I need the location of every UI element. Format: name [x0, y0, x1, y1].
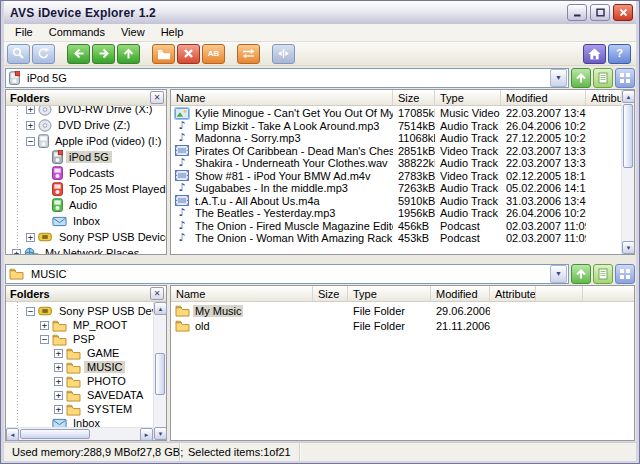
collapse-icon[interactable]: −: [26, 307, 35, 316]
tree-item-sony-psp-usb-device[interactable]: −Sony PSP USB Device: [6, 304, 153, 318]
expand-icon[interactable]: +: [26, 106, 35, 114]
scrollbar-thumb[interactable]: [20, 429, 90, 439]
expand-icon[interactable]: +: [54, 349, 63, 358]
scrollbar-track[interactable]: [622, 103, 634, 241]
tree-item-system[interactable]: +SYSTEM: [6, 402, 153, 416]
scroll-down-button[interactable]: ▼: [154, 427, 167, 440]
menu-commands[interactable]: Commands: [41, 24, 113, 41]
column-header[interactable]: Size: [313, 286, 348, 301]
close-folders-button-bottom[interactable]: ✕: [150, 287, 164, 300]
file-row-t-a-t-u-all-about-us-m4a[interactable]: t.A.T.u - All About Us.m4a5910kBAudio Tr…: [171, 195, 621, 208]
scrollbar-track[interactable]: [19, 428, 140, 440]
scroll-right-button[interactable]: ►: [140, 428, 153, 441]
up-button[interactable]: [117, 44, 140, 64]
tree-item-inbox[interactable]: Inbox: [6, 213, 166, 229]
expand-icon[interactable]: +: [54, 363, 63, 372]
horizontal-scrollbar-tree-bottom[interactable]: ◄ ►: [6, 427, 153, 440]
scrollbar-track[interactable]: [154, 315, 166, 427]
column-header[interactable]: Size: [393, 90, 435, 105]
new-item-button-bottom[interactable]: [593, 264, 613, 284]
scroll-left-button[interactable]: ◄: [6, 428, 19, 441]
collapse-icon[interactable]: −: [40, 335, 49, 344]
close-button[interactable]: [613, 4, 633, 21]
scroll-up-button[interactable]: ▲: [154, 302, 167, 315]
back-button[interactable]: [67, 44, 90, 64]
rename-button[interactable]: AB: [202, 44, 225, 64]
column-header[interactable]: Modified: [501, 90, 586, 105]
transfer-button[interactable]: [237, 44, 260, 64]
tree-item-apple-ipod-video-i[interactable]: −Apple iPod (video) (I:): [6, 133, 166, 149]
collapse-icon[interactable]: −: [26, 137, 35, 146]
tree-item-psp[interactable]: −PSP: [6, 332, 153, 346]
vertical-scrollbar-filelist-top[interactable]: ▲ ▼: [621, 90, 634, 254]
split-view-button[interactable]: [272, 44, 295, 64]
tree-item-inbox[interactable]: Inbox: [6, 416, 153, 427]
column-header[interactable]: Name: [171, 90, 393, 105]
file-row-pirates-of-caribbean-dead-man-[interactable]: Pirates Of Caribbean - Dead Man's Chest.…: [171, 145, 621, 158]
column-header[interactable]: Type: [435, 90, 501, 105]
file-row-the-beatles-yesterday-mp3[interactable]: ♪The Beatles - Yesterday.mp31956kBAudio …: [171, 207, 621, 220]
delete-button[interactable]: [177, 44, 200, 64]
search-button[interactable]: [7, 44, 30, 64]
tree-item-sony-psp-usb-device[interactable]: +Sony PSP USB Device: [6, 229, 166, 245]
scroll-up-button[interactable]: ▲: [622, 90, 635, 103]
path-combo[interactable]: MUSIC ▼: [5, 264, 569, 284]
expand-icon[interactable]: +: [54, 405, 63, 414]
expand-icon[interactable]: +: [40, 321, 49, 330]
maximize-button[interactable]: [590, 4, 610, 21]
home-button[interactable]: [583, 44, 606, 64]
file-row-my-music[interactable]: My MusicFile Folder29.06.2006 ...: [171, 303, 634, 318]
go-up-button-top[interactable]: [571, 68, 591, 88]
column-header[interactable]: Name: [171, 286, 313, 301]
views-button-top[interactable]: [615, 68, 635, 88]
minimize-button[interactable]: [567, 4, 587, 21]
vertical-scrollbar-tree-bottom[interactable]: ▲ ▼: [153, 302, 166, 440]
tree-item-audio[interactable]: Audio: [6, 197, 166, 213]
tree-item-savedata[interactable]: +SAVEDATA: [6, 388, 153, 402]
device-combo[interactable]: iPod 5G ▼: [5, 68, 569, 88]
tree-item-my-network-places[interactable]: +My Network Places: [6, 245, 166, 254]
tree-item-game[interactable]: +GAME: [6, 346, 153, 360]
tree-item-dvd-rw-drive-x[interactable]: +DVD-RW Drive (X:): [6, 106, 166, 117]
tree-item-dvd-drive-z[interactable]: +DVD Drive (Z:): [6, 117, 166, 133]
column-header[interactable]: Attributes: [490, 286, 536, 301]
help-button[interactable]: ?: [608, 44, 631, 64]
path-combo-dropdown-button[interactable]: ▼: [550, 265, 567, 283]
tree-item-ipod-5g[interactable]: iPod 5G: [6, 149, 166, 165]
file-row-kylie-minogue-can-t-get-you-ou[interactable]: Kylie Minogue - Can't Get You Out Of My …: [171, 107, 621, 120]
views-button-bottom[interactable]: [615, 264, 635, 284]
titlebar[interactable]: AVS iDevice Explorer 1.2: [4, 1, 636, 24]
forward-button[interactable]: [92, 44, 115, 64]
scrollbar-thumb[interactable]: [623, 104, 633, 168]
file-row-madonna-sorry-mp3[interactable]: ♪Madonna - Sorry.mp311068kBAudio Track27…: [171, 132, 621, 145]
file-row-sugababes-in-the-middle-mp3[interactable]: ♪Sugababes - In the middle.mp37263kBAudi…: [171, 182, 621, 195]
file-row-show-81-ipod-your-bmw-ad-m4v[interactable]: Show #81 - iPod Your BMW Ad.m4v2783kBVid…: [171, 170, 621, 183]
device-combo-dropdown-button[interactable]: ▼: [550, 69, 567, 87]
expand-icon[interactable]: +: [12, 249, 21, 255]
menu-help[interactable]: Help: [153, 24, 192, 41]
scrollbar-thumb[interactable]: [155, 353, 165, 395]
file-row-the-onion-woman-with-amazing-r[interactable]: ♪The Onion - Woman With Amazing Rack Tol…: [171, 232, 621, 245]
column-header[interactable]: Type: [348, 286, 431, 301]
refresh-button[interactable]: [32, 44, 55, 64]
file-row-the-onion-fired-muscle-magazin[interactable]: ♪The Onion - Fired Muscle Magazine Edito…: [171, 220, 621, 233]
pane-splitter[interactable]: [4, 255, 636, 262]
expand-icon[interactable]: +: [54, 391, 63, 400]
scroll-down-button[interactable]: ▼: [622, 241, 635, 254]
file-row-shakira-underneath-your-clothe[interactable]: ♪Shakira - Underneath Your Clothes.wav38…: [171, 157, 621, 170]
menu-file[interactable]: File: [7, 24, 41, 41]
new-folder-button[interactable]: [152, 44, 175, 64]
close-folders-button-top[interactable]: ✕: [150, 91, 164, 104]
tree-item-mp-root[interactable]: +MP_ROOT: [6, 318, 153, 332]
tree-item-podcasts[interactable]: Podcasts: [6, 165, 166, 181]
file-row-old[interactable]: oldFile Folder21.11.2006 ...: [171, 318, 634, 333]
new-item-button-top[interactable]: [593, 68, 613, 88]
tree-item-music[interactable]: +MUSIC: [6, 360, 153, 374]
menu-view[interactable]: View: [113, 24, 153, 41]
expand-icon[interactable]: +: [26, 233, 35, 242]
tree-item-photo[interactable]: +PHOTO: [6, 374, 153, 388]
column-header[interactable]: Modified: [431, 286, 490, 301]
expand-icon[interactable]: +: [26, 121, 35, 130]
file-row-limp-bizkit-take-a-look-around[interactable]: ♪Limp Bizkit - Take A Look Around.mp3751…: [171, 120, 621, 133]
expand-icon[interactable]: +: [54, 377, 63, 386]
